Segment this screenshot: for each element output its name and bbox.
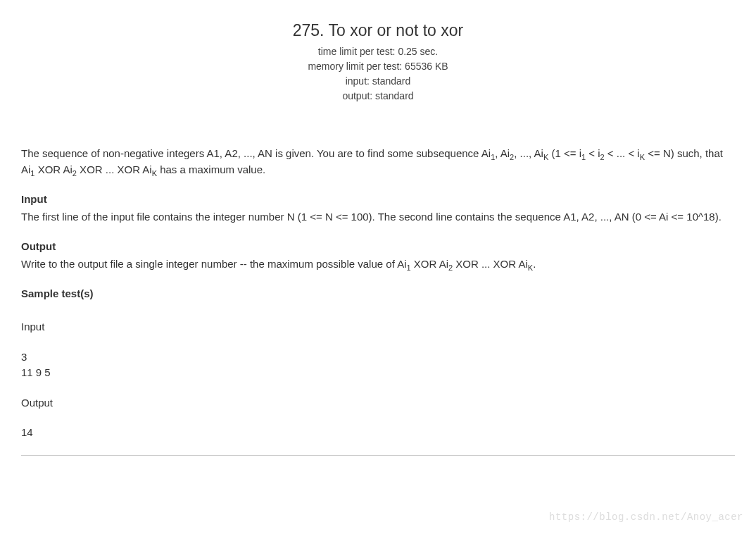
problem-statement: The sequence of non-negative integers A1… xyxy=(21,146,735,178)
out-part: XOR ... XOR Ai xyxy=(453,258,528,270)
output-section-text: Write to the output file a single intege… xyxy=(21,256,735,273)
sample-output-line: 14 xyxy=(21,425,735,441)
memory-limit: memory limit per test: 65536 KB xyxy=(21,59,735,74)
sample-output-data: 14 xyxy=(21,425,735,441)
out-part: Write to the output file a single intege… xyxy=(21,258,407,270)
stmt-part: (1 <= i xyxy=(548,147,581,159)
input-standard: input: standard xyxy=(21,74,735,89)
stmt-part: , ..., Ai xyxy=(514,147,543,159)
sample-input-label: Input xyxy=(21,319,735,335)
stmt-part: XOR ... XOR Ai xyxy=(77,163,152,175)
input-section-title: Input xyxy=(21,192,735,208)
stmt-part: < i xyxy=(586,147,600,159)
problem-title: 275. To xor or not to xor xyxy=(21,21,735,40)
out-part: . xyxy=(533,258,536,270)
section-divider xyxy=(21,455,735,456)
problem-header: 275. To xor or not to xor time limit per… xyxy=(21,21,735,104)
sample-output-label: Output xyxy=(21,395,735,411)
sample-input-data: 3 11 9 5 xyxy=(21,349,735,381)
stmt-part: , Ai xyxy=(495,147,510,159)
watermark-text: https://blog.csdn.net/Anoy_acer xyxy=(549,511,743,523)
output-standard: output: standard xyxy=(21,89,735,104)
stmt-part: has a maximum value. xyxy=(157,163,265,175)
subscript: K xyxy=(640,153,645,161)
out-part: XOR Ai xyxy=(411,258,448,270)
subscript: K xyxy=(152,169,157,178)
sample-input-line: 3 xyxy=(21,349,735,366)
stmt-part: XOR Ai xyxy=(34,163,72,175)
output-section-title: Output xyxy=(21,239,735,255)
sample-input-line: 11 9 5 xyxy=(21,365,735,381)
stmt-part: < ... < i xyxy=(605,147,640,159)
page-content: 275. To xor or not to xor time limit per… xyxy=(0,0,756,456)
stmt-part: The sequence of non-negative integers A1… xyxy=(21,147,491,159)
problem-body: The sequence of non-negative integers A1… xyxy=(21,146,735,456)
input-section-text: The first line of the input file contain… xyxy=(21,209,735,225)
time-limit: time limit per test: 0.25 sec. xyxy=(21,44,735,59)
sample-section-title: Sample test(s) xyxy=(21,286,735,302)
